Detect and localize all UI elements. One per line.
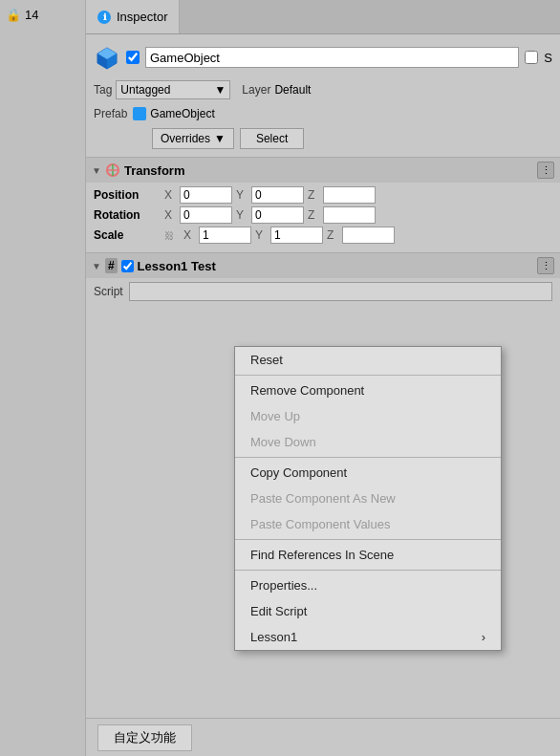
ctx-item-remove-component[interactable]: Remove Component — [235, 378, 501, 403]
transform-icon — [105, 162, 120, 178]
pos-z-label: Z — [308, 188, 319, 202]
pos-x-label: X — [164, 188, 176, 202]
lesson1-script-row: Script — [86, 278, 560, 305]
inspector-tab-label: Inspector — [117, 10, 167, 24]
gameobject-static-checkbox[interactable] — [525, 51, 538, 64]
inspector-tab-icon: ℹ — [97, 11, 111, 24]
left-sidebar: 🔒 14 — [0, 0, 86, 756]
sidebar-top-icons: 🔒 14 — [0, 0, 85, 30]
tag-dropdown-arrow: ▼ — [214, 83, 226, 97]
ctx-item-paste-component-new: Paste Component As New — [235, 486, 501, 511]
layer-label: Layer — [242, 83, 270, 97]
static-label: S — [544, 51, 552, 65]
prefab-label: Prefab — [94, 107, 127, 120]
scale-y-input[interactable] — [270, 227, 323, 244]
position-z-input[interactable] — [323, 186, 376, 204]
lesson1-header[interactable]: ▼ # Lesson1 Test ⋮ — [86, 253, 560, 278]
ctx-item-move-down: Move Down — [235, 429, 501, 455]
ctx-item-lesson1[interactable]: Lesson1› — [235, 624, 501, 650]
ctx-item-edit-script[interactable]: Edit Script — [235, 598, 501, 624]
script-label: Script — [94, 285, 123, 298]
prefab-row: Prefab GameObject — [86, 105, 560, 122]
rotation-x-input[interactable] — [180, 206, 232, 224]
scale-z-label: Z — [327, 228, 338, 242]
tag-dropdown[interactable]: Untagged ▼ — [116, 80, 230, 99]
overrides-dropdown-arrow: ▼ — [214, 132, 226, 145]
position-label: Position — [94, 188, 161, 202]
lesson1-active-checkbox[interactable] — [121, 260, 134, 272]
tab-bar: ℹ Inspector — [86, 0, 560, 34]
scale-x-input[interactable] — [199, 227, 251, 244]
lock-icon[interactable]: 🔒 — [6, 8, 21, 22]
ctx-item-find-references[interactable]: Find References In Scene — [235, 542, 501, 568]
lesson1-title: Lesson1 Test — [138, 259, 533, 273]
prefab-cube-icon — [133, 107, 146, 120]
position-x-input[interactable] — [180, 186, 232, 204]
rotation-z-input[interactable] — [323, 206, 376, 224]
ctx-item-label-lesson1: Lesson1 — [250, 630, 297, 644]
tag-label: Tag — [94, 83, 112, 97]
scale-label: Scale — [94, 228, 161, 242]
ctx-item-copy-component[interactable]: Copy Component — [235, 460, 501, 486]
scale-x-label: X — [183, 228, 195, 242]
ctx-separator — [235, 375, 501, 376]
transform-menu-button[interactable]: ⋮ — [537, 162, 554, 179]
rot-x-label: X — [164, 208, 176, 222]
prefab-name-text: GameObject — [150, 107, 214, 120]
sidebar-num: 14 — [25, 8, 38, 22]
lesson1-section: ▼ # Lesson1 Test ⋮ Script — [86, 252, 560, 305]
tag-layer-row: Tag Untagged ▼ Layer Default — [86, 78, 560, 101]
ctx-item-paste-component-values: Paste Component Values — [235, 511, 501, 537]
rotation-label: Rotation — [94, 208, 161, 222]
select-button[interactable]: Select — [240, 128, 304, 149]
lesson1-hash-icon: # — [105, 258, 118, 273]
inspector-tab[interactable]: ℹ Inspector — [86, 0, 180, 33]
rotation-y-input[interactable] — [251, 206, 304, 224]
position-y-input[interactable] — [251, 186, 304, 204]
tag-value: Untagged — [120, 83, 170, 97]
scale-y-label: Y — [255, 228, 267, 242]
ctx-item-properties[interactable]: Properties... — [235, 572, 501, 598]
transform-arrow-icon: ▼ — [92, 165, 101, 176]
layer-value: Default — [274, 83, 311, 97]
rot-y-label: Y — [236, 208, 248, 222]
context-menu: ResetRemove ComponentMove UpMove DownCop… — [234, 346, 502, 651]
ctx-separator — [235, 570, 501, 571]
transform-section: ▼ Transform ⋮ Position X Y Z — [86, 157, 560, 250]
custom-function-label: 自定义功能 — [114, 729, 176, 746]
overrides-row: Overrides ▼ Select — [86, 126, 560, 151]
position-row: Position X Y Z — [94, 186, 552, 204]
gameobject-header: S — [86, 40, 560, 75]
custom-function-button[interactable]: 自定义功能 — [97, 724, 192, 751]
rotation-row: Rotation X Y Z — [94, 206, 552, 224]
lesson1-menu-button[interactable]: ⋮ — [537, 257, 554, 274]
script-field — [129, 282, 552, 301]
ctx-item-move-up: Move Up — [235, 403, 501, 429]
overrides-button[interactable]: Overrides ▼ — [152, 128, 234, 149]
pos-y-label: Y — [236, 188, 248, 202]
scale-row: Scale ⛓ X Y Z — [94, 227, 552, 244]
transform-title: Transform — [124, 163, 533, 178]
ctx-submenu-arrow-icon: › — [482, 630, 485, 644]
transform-fields: Position X Y Z Rotation X Y Z — [86, 183, 560, 250]
transform-header[interactable]: ▼ Transform ⋮ — [86, 158, 560, 183]
ctx-separator — [235, 539, 501, 540]
select-btn-label: Select — [256, 132, 288, 145]
scale-link-icon: ⛓ — [164, 230, 180, 241]
gameobject-name-input[interactable] — [145, 47, 519, 68]
rot-z-label: Z — [308, 208, 319, 222]
lesson1-arrow-icon: ▼ — [92, 261, 101, 271]
ctx-separator — [235, 457, 501, 458]
overrides-btn-label: Overrides — [161, 132, 210, 145]
prefab-name: GameObject — [133, 107, 214, 120]
gameobject-cube-icon — [94, 44, 120, 71]
bottom-bar: 自定义功能 — [86, 718, 560, 756]
ctx-item-reset[interactable]: Reset — [235, 347, 501, 373]
scale-z-input[interactable] — [342, 227, 395, 244]
gameobject-active-checkbox[interactable] — [126, 51, 140, 64]
